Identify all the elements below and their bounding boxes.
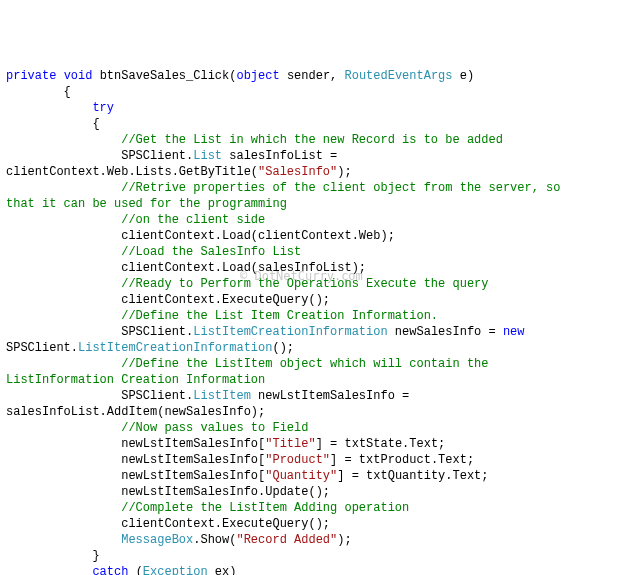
code-token: private xyxy=(6,69,56,83)
code-line: //Define the List Item Creation Informat… xyxy=(6,308,616,324)
code-token: (); xyxy=(272,341,294,355)
code-token: SPSClient. xyxy=(121,389,193,403)
code-line: SPSClient.ListItemCreationInformation(); xyxy=(6,340,616,356)
code-token: btnSaveSales_Click( xyxy=(92,69,236,83)
code-token: newLstItemSalesInfo[ xyxy=(121,453,265,467)
code-line: { xyxy=(6,116,616,132)
code-token: Exception xyxy=(143,565,208,575)
code-token: try xyxy=(92,101,114,115)
code-line: { xyxy=(6,84,616,100)
code-token: SPSClient. xyxy=(121,149,193,163)
code-line: clientContext.Web.Lists.GetByTitle("Sale… xyxy=(6,164,616,180)
code-token: newLstItemSalesInfo[ xyxy=(121,437,265,451)
code-token: newLstItemSalesInfo[ xyxy=(121,469,265,483)
code-token: clientContext.Load(salesInfoList); xyxy=(121,261,366,275)
code-token: new xyxy=(503,325,525,339)
code-token: newLstItemSalesInfo = xyxy=(251,389,417,403)
code-line: MessageBox.Show("Record Added"); xyxy=(6,532,616,548)
code-token: ex) xyxy=(208,565,237,575)
code-token: } xyxy=(92,549,99,563)
code-line: //Complete the ListItem Adding operation xyxy=(6,500,616,516)
code-token: //Now pass values to Field xyxy=(121,421,308,435)
code-token: salesInfoList = xyxy=(222,149,344,163)
code-line: ListInformation Creation Information xyxy=(6,372,616,388)
code-token: MessageBox xyxy=(121,533,193,547)
code-line: } xyxy=(6,548,616,564)
code-token: object xyxy=(236,69,279,83)
code-line: newLstItemSalesInfo.Update(); xyxy=(6,484,616,500)
code-block: private void btnSaveSales_Click(object s… xyxy=(6,68,616,575)
code-line: SPSClient.ListItem newLstItemSalesInfo = xyxy=(6,388,616,404)
code-line: //Retrive properties of the client objec… xyxy=(6,180,616,196)
code-token: ListInformation Creation Information xyxy=(6,373,265,387)
code-token: ); xyxy=(337,165,351,179)
code-line: try xyxy=(6,100,616,116)
code-line: private void btnSaveSales_Click(object s… xyxy=(6,68,616,84)
code-line: newLstItemSalesInfo["Product"] = txtProd… xyxy=(6,452,616,468)
code-token: "SalesInfo" xyxy=(258,165,337,179)
code-line: //Now pass values to Field xyxy=(6,420,616,436)
code-line: that it can be used for the programming xyxy=(6,196,616,212)
code-line: //on the client side xyxy=(6,212,616,228)
code-line: catch (Exception ex) xyxy=(6,564,616,575)
code-token: ] = txtState.Text; xyxy=(316,437,446,451)
code-token: clientContext.Load(clientContext.Web); xyxy=(121,229,395,243)
code-token: newLstItemSalesInfo.Update(); xyxy=(121,485,330,499)
code-token: //Load the SalesInfo List xyxy=(121,245,301,259)
code-line: //Ready to Perform the Operations Execut… xyxy=(6,276,616,292)
code-token: //Complete the ListItem Adding operation xyxy=(121,501,409,515)
code-token: "Quantity" xyxy=(265,469,337,483)
code-token: ListItemCreationInformation xyxy=(78,341,272,355)
code-line: SPSClient.List salesInfoList = xyxy=(6,148,616,164)
code-token: that it can be used for the programming xyxy=(6,197,287,211)
code-token: catch xyxy=(92,565,128,575)
code-token: { xyxy=(64,85,71,99)
code-token: { xyxy=(92,117,99,131)
code-line: //Define the ListItem object which will … xyxy=(6,356,616,372)
code-line: clientContext.ExecuteQuery(); xyxy=(6,516,616,532)
code-line: clientContext.Load(clientContext.Web); xyxy=(6,228,616,244)
code-token: ListItemCreationInformation xyxy=(193,325,387,339)
code-token: ] = txtProduct.Text; xyxy=(330,453,474,467)
code-token: List xyxy=(193,149,222,163)
code-line: salesInfoList.AddItem(newSalesInfo); xyxy=(6,404,616,420)
code-line: clientContext.ExecuteQuery(); xyxy=(6,292,616,308)
code-token: salesInfoList.AddItem(newSalesInfo); xyxy=(6,405,265,419)
code-line: SPSClient.ListItemCreationInformation ne… xyxy=(6,324,616,340)
code-token: //Define the List Item Creation Informat… xyxy=(121,309,438,323)
code-token: clientContext.Web.Lists.GetByTitle( xyxy=(6,165,258,179)
code-line: clientContext.Load(salesInfoList); xyxy=(6,260,616,276)
code-token: clientContext.ExecuteQuery(); xyxy=(121,293,330,307)
code-token: e) xyxy=(453,69,475,83)
code-token: SPSClient. xyxy=(6,341,78,355)
code-token: //on the client side xyxy=(121,213,265,227)
code-token: //Get the List in which the new Record i… xyxy=(121,133,503,147)
code-line: //Get the List in which the new Record i… xyxy=(6,132,616,148)
code-token xyxy=(56,69,63,83)
code-token: ( xyxy=(128,565,142,575)
code-token: .Show( xyxy=(193,533,236,547)
code-token: "Product" xyxy=(265,453,330,467)
code-token: newSalesInfo = xyxy=(388,325,503,339)
code-token: //Define the ListItem object which will … xyxy=(121,357,495,371)
code-line: newLstItemSalesInfo["Quantity"] = txtQua… xyxy=(6,468,616,484)
code-token xyxy=(525,325,532,339)
code-line: //Load the SalesInfo List xyxy=(6,244,616,260)
code-token: void xyxy=(64,69,93,83)
code-token: ] = txtQuantity.Text; xyxy=(337,469,488,483)
code-token: sender, xyxy=(280,69,345,83)
code-token: clientContext.ExecuteQuery(); xyxy=(121,517,330,531)
code-line: newLstItemSalesInfo["Title"] = txtState.… xyxy=(6,436,616,452)
code-token: //Retrive properties of the client objec… xyxy=(121,181,567,195)
code-token: SPSClient. xyxy=(121,325,193,339)
code-token: RoutedEventArgs xyxy=(345,69,453,83)
code-token: "Title" xyxy=(265,437,315,451)
code-token: ); xyxy=(337,533,351,547)
code-token: //Ready to Perform the Operations Execut… xyxy=(121,277,488,291)
code-token: ListItem xyxy=(193,389,251,403)
code-token: "Record Added" xyxy=(236,533,337,547)
